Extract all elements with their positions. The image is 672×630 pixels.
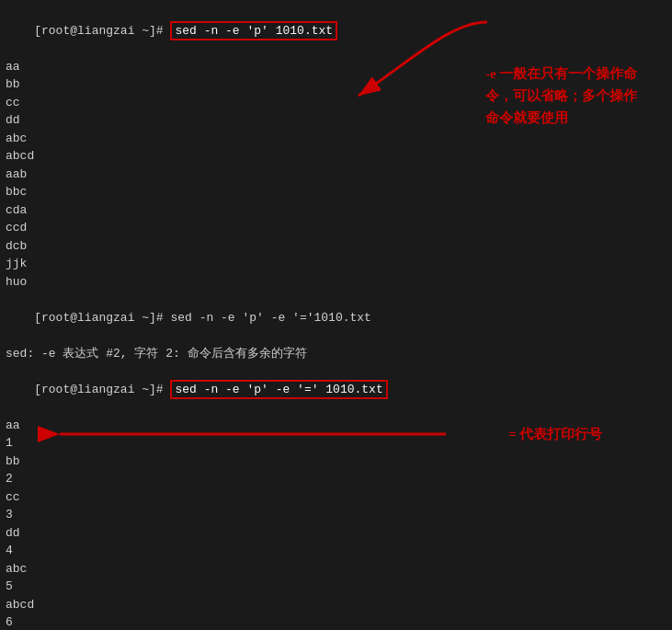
- output-line: ccd: [6, 219, 666, 237]
- prompt-1: [root@liangzai ~]#: [34, 24, 170, 38]
- annotation-2-text: = 代表打印行号: [508, 427, 602, 441]
- output-line: dd: [6, 524, 666, 543]
- annotation-1-line2: 令，可以省略；多个操作: [485, 85, 655, 107]
- output-line: abc: [6, 560, 666, 578]
- output-line: aab: [6, 166, 666, 184]
- output-line: abcd: [6, 596, 666, 614]
- output-line: huo: [6, 273, 666, 292]
- output-line: cda: [6, 201, 666, 220]
- output-line: cc: [6, 488, 666, 507]
- top-command: sed -n -e 'p' 1010.txt: [170, 21, 337, 40]
- output-line: dcb: [6, 237, 666, 256]
- prompt-2: [root@liangzai ~]#: [34, 311, 170, 325]
- mid-command-line: [root@liangzai ~]# sed -n -e 'p' -e '='1…: [6, 291, 666, 345]
- annotation-1-line3: 命令就要使用: [485, 107, 655, 129]
- output-line: bbc: [6, 183, 666, 201]
- output-line: 6: [6, 613, 666, 630]
- bot-command-line: [root@liangzai ~]# sed -n -e 'p' -e '=' …: [6, 362, 666, 417]
- output-line: bb: [6, 452, 666, 471]
- annotation-1-line1: -e 一般在只有一个操作命: [485, 63, 655, 85]
- annotation-1: -e 一般在只有一个操作命 令，可以省略；多个操作 命令就要使用: [485, 63, 655, 129]
- prompt-3: [root@liangzai ~]#: [34, 383, 170, 396]
- top-command-line: [root@liangzai ~]# sed -n -e 'p' 1010.tx…: [6, 4, 666, 58]
- output-line: 2: [6, 470, 666, 488]
- output-line: jjk: [6, 255, 666, 273]
- bot-output: aa 1 bb 2 cc 3 dd 4 abc 5 abcd 6 aab 7 b…: [6, 417, 666, 631]
- bot-command: sed -n -e 'p' -e '=' 1010.txt: [170, 380, 387, 399]
- output-line: abcd: [6, 147, 666, 166]
- terminal: [root@liangzai ~]# sed -n -e 'p' 1010.tx…: [0, 0, 672, 630]
- output-line: 5: [6, 578, 666, 596]
- output-line: abc: [6, 130, 666, 148]
- output-line: 4: [6, 542, 666, 560]
- annotation-2: = 代表打印行号: [508, 423, 655, 445]
- output-line: 3: [6, 506, 666, 524]
- mid-command: sed -n -e 'p' -e '='1010.txt: [170, 311, 370, 325]
- arrow-2-icon: [51, 425, 501, 443]
- error-line: sed: -e 表达式 #2, 字符 2: 命令后含有多余的字符: [6, 345, 666, 363]
